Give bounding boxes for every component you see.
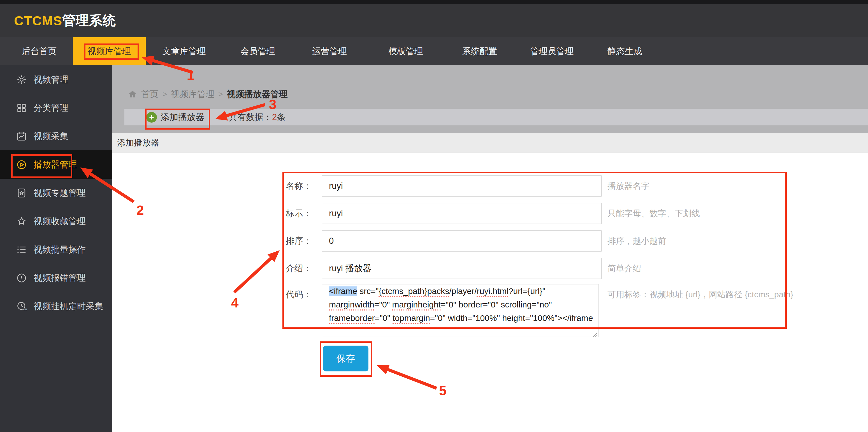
field-hint-intro: 简单介绍 (608, 258, 641, 279)
sidebar-item-label: 视频管理 (34, 74, 68, 86)
sidebar-item-label: 播放器管理 (34, 159, 77, 171)
data-count-suffix: 条 (277, 111, 285, 123)
form-panel: 名称：播放器名字标示：只能字母、数字、下划线排序：排序，越小越前介绍：简单介绍 … (112, 153, 868, 432)
field-hint-code: 可用标签：视频地址 {url}，网站路径 {ctcms_path} (608, 284, 794, 305)
alert-icon (16, 273, 27, 283)
breadcrumb-separator: > (218, 90, 223, 99)
field-hint-sort: 排序，越小越前 (608, 230, 666, 252)
sidebar-item-label: 视频挂机定时采集 (34, 300, 103, 312)
field-label-code: 代码： (286, 284, 312, 305)
home-icon (128, 89, 137, 99)
save-button[interactable]: 保存 (323, 346, 368, 371)
sidebar-item-label: 视频报错管理 (34, 272, 86, 284)
section-title: 添加播放器 (117, 137, 159, 149)
sidebar-item-video-collect[interactable]: 视频采集 (0, 122, 112, 150)
plus-icon: + (146, 112, 157, 123)
list-icon (16, 244, 27, 255)
intro-input[interactable] (322, 258, 602, 279)
grid-icon (16, 103, 27, 113)
nav-tab-home[interactable]: 后台首页 (22, 37, 57, 65)
sidebar-item-category-manage[interactable]: 分类管理 (0, 94, 112, 122)
code-line: <iframe src="{ctcms_path}packs/player/ru… (329, 284, 593, 298)
toolbar: + 添加播放器 共有数据：2条 (124, 109, 868, 125)
nav-tab-static-generate[interactable]: 静态生成 (608, 37, 642, 65)
main-nav: 后台首页视频库管理文章库管理会员管理运营管理模板管理系统配置管理员管理静态生成 (0, 37, 868, 65)
breadcrumb-item-3: 视频播放器管理 (227, 88, 288, 100)
sidebar-item-video-manage[interactable]: 视频管理 (0, 65, 112, 94)
sidebar-item-player-manage[interactable]: 播放器管理 (0, 150, 112, 179)
sidebar-item-label: 视频批量操作 (34, 244, 86, 256)
add-player-button[interactable]: + 添加播放器 (146, 109, 204, 125)
sidebar: 视频管理分类管理视频采集播放器管理视频专题管理视频收藏管理视频批量操作视频报错管… (0, 65, 112, 432)
field-hint-name: 播放器名字 (608, 175, 649, 197)
star-icon (16, 216, 27, 227)
content: 首页>视频库管理>视频播放器管理 + 添加播放器 共有数据：2条 添加播放器 名… (112, 65, 868, 432)
nav-tab-member[interactable]: 会员管理 (240, 37, 275, 65)
form-row-intro: 介绍：简单介绍 (112, 258, 868, 279)
home-icon (128, 89, 137, 99)
resize-grip-icon (592, 331, 598, 338)
mark-input[interactable] (322, 203, 602, 224)
clock-on-icon: ON (16, 301, 27, 312)
page: CTCMS管理系统 后台首页视频库管理文章库管理会员管理运营管理模板管理系统配置… (0, 0, 868, 432)
nav-tab-video-library[interactable]: 视频库管理 (73, 37, 146, 65)
sidebar-item-label: 视频专题管理 (34, 187, 86, 199)
field-label-mark: 标示： (286, 203, 312, 224)
name-input[interactable] (322, 175, 602, 197)
field-hint-mark: 只能字母、数字、下划线 (608, 203, 700, 224)
play-icon (16, 159, 27, 170)
sidebar-item-video-favorite-manage[interactable]: 视频收藏管理 (0, 207, 112, 235)
sidebar-item-video-error-manage[interactable]: 视频报错管理 (0, 264, 112, 292)
nav-tab-operation[interactable]: 运营管理 (312, 37, 347, 65)
nav-tab-template[interactable]: 模板管理 (388, 37, 423, 65)
gear-icon (16, 74, 27, 85)
app-header: CTCMS管理系统 (0, 4, 868, 37)
play-icon (16, 159, 27, 170)
field-label-name: 名称： (286, 175, 312, 197)
top-strip (0, 0, 868, 4)
form-row-code: 代码： <iframe src="{ctcms_path}packs/playe… (112, 284, 868, 337)
sidebar-item-label: 分类管理 (34, 102, 68, 114)
nav-tab-admin[interactable]: 管理员管理 (530, 37, 574, 65)
alert-icon (16, 273, 27, 283)
gear-icon (16, 74, 27, 85)
star-icon (16, 216, 27, 227)
data-count-prefix: 共有数据： (229, 111, 272, 123)
breadcrumb-separator: > (162, 90, 167, 99)
section-header: 添加播放器 (112, 133, 868, 153)
sort-input[interactable] (322, 230, 602, 252)
logo-brand-text: CTCMS (14, 13, 62, 28)
svg-text:ON: ON (23, 308, 27, 311)
breadcrumb: 首页>视频库管理>视频播放器管理 (128, 87, 288, 101)
doc-star-icon (16, 188, 27, 198)
doc-star-icon (16, 188, 27, 198)
sidebar-item-video-batch-operate[interactable]: 视频批量操作 (0, 235, 112, 264)
code-line: frameborder="0" topmargin="0" width="100… (329, 311, 593, 325)
form-row-name: 名称：播放器名字 (112, 175, 868, 197)
breadcrumb-item-1[interactable]: 首页 (141, 88, 159, 100)
field-label-sort: 排序： (286, 230, 312, 252)
logo-suffix-text: 管理系统 (62, 12, 116, 29)
clock-on-icon: ON (16, 301, 27, 312)
sidebar-item-video-topic-manage[interactable]: 视频专题管理 (0, 179, 112, 207)
sidebar-item-label: 视频采集 (34, 131, 68, 142)
collect-icon (16, 131, 27, 142)
add-player-button-label: 添加播放器 (161, 111, 204, 123)
field-label-intro: 介绍： (286, 258, 312, 279)
sidebar-item-label: 视频收藏管理 (34, 215, 86, 227)
form-row-mark: 标示：只能字母、数字、下划线 (112, 203, 868, 224)
list-icon (16, 244, 27, 255)
app-logo: CTCMS管理系统 (14, 4, 116, 37)
code-line: marginwidth="0" marginheight="0" border=… (329, 298, 593, 311)
data-count-value: 2 (272, 112, 277, 122)
data-count: 共有数据：2条 (229, 109, 285, 125)
breadcrumb-item-2[interactable]: 视频库管理 (171, 88, 214, 100)
form-row-sort: 排序：排序，越小越前 (112, 230, 868, 252)
nav-tab-system-config[interactable]: 系统配置 (462, 37, 497, 65)
textarea-resize-handle[interactable] (592, 330, 598, 336)
grid-icon (16, 103, 27, 113)
nav-tab-article-library[interactable]: 文章库管理 (162, 37, 206, 65)
sidebar-item-video-timed-collect[interactable]: ON视频挂机定时采集 (0, 292, 112, 320)
code-textarea[interactable]: <iframe src="{ctcms_path}packs/player/ru… (322, 284, 599, 337)
collect-icon (16, 131, 27, 142)
